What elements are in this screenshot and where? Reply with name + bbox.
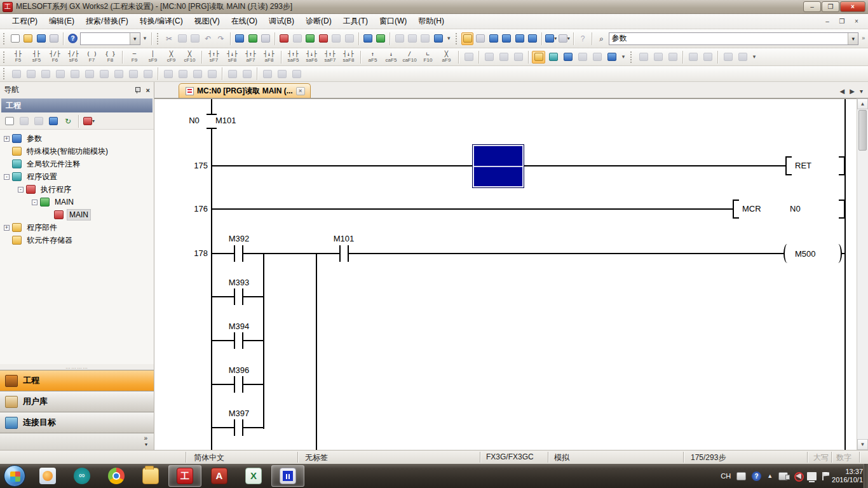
ladder-canvas[interactable]: N0 M101 175 RET 176 MCR N0 [154, 98, 857, 450]
delete-vertical-line-button[interactable]: ╳cF10 [181, 50, 198, 64]
coil-button[interactable]: ( )F7 [83, 50, 100, 64]
delete-horizontal-line-button[interactable]: ╳cF9 [163, 50, 180, 64]
monitor-write-icon[interactable] [317, 32, 329, 45]
device-memory-icon[interactable] [513, 32, 525, 45]
tree-item-main-program[interactable]: MAIN [0, 208, 154, 221]
skip-range-icon[interactable] [97, 67, 111, 80]
closed-contact-button[interactable]: ┤/├F6 [46, 50, 64, 64]
panel-splitter[interactable]: ………… [0, 364, 154, 370]
monitor-read-icon[interactable] [304, 32, 316, 45]
panel-close-icon[interactable]: × [146, 86, 150, 94]
collapse-icon[interactable]: - [32, 200, 37, 205]
monitor-pause-icon[interactable] [330, 32, 342, 45]
display-window-icon[interactable] [701, 51, 714, 64]
cut-icon[interactable]: ✂ [163, 32, 175, 45]
device-test-icon[interactable] [375, 32, 386, 45]
action-center-icon[interactable] [822, 472, 824, 480]
tab-scroll-right-icon[interactable]: ▶ [850, 88, 855, 95]
paste-icon[interactable] [189, 32, 201, 45]
device-batch-monitor-icon[interactable] [362, 32, 374, 45]
open-contact[interactable] [234, 245, 243, 262]
break-set-icon[interactable] [68, 67, 81, 80]
find-step-icon[interactable] [686, 51, 700, 64]
menu-window[interactable]: 窗口(W) [374, 14, 412, 29]
expand-icon[interactable]: + [4, 225, 10, 231]
taskbar-autocad-button[interactable]: A [203, 465, 236, 487]
toolbar-overflow-icon[interactable]: ▾ [142, 36, 149, 41]
intelligent-module-icon[interactable] [475, 32, 486, 45]
open-contact[interactable] [234, 332, 243, 349]
taskbar-simulator-button[interactable] [271, 465, 304, 487]
st-editor-icon[interactable] [462, 51, 475, 64]
parameter-combo[interactable]: 参数 ▾ [609, 32, 859, 45]
monitor-mode-icon[interactable] [433, 32, 444, 45]
pulse-negation-button[interactable]: ┤↑├saF5 [285, 50, 302, 64]
tree-item-exec-program[interactable]: - 执行程序 [0, 183, 154, 196]
verify-with-plc-icon[interactable] [260, 32, 271, 45]
start-button[interactable] [4, 465, 25, 487]
invert-operation-button[interactable]: /caF10 [401, 50, 418, 64]
toolbar-grip[interactable] [630, 51, 634, 63]
menu-compile[interactable]: 转换/编译(C) [134, 14, 189, 29]
delete-line-button[interactable]: ╳aF9 [438, 50, 455, 64]
project-view-button[interactable]: 工程 [0, 370, 154, 391]
help-icon[interactable]: ? [67, 32, 78, 45]
find-contact-icon[interactable] [576, 51, 589, 64]
menu-debug[interactable]: 调试(B) [263, 14, 300, 29]
comment-display-icon[interactable] [532, 51, 545, 64]
scroll-down-icon[interactable]: ▼ [857, 439, 868, 450]
print-icon[interactable] [48, 32, 60, 45]
invert-result-button[interactable]: ↑aF5 [364, 50, 381, 64]
toolbar-overflow-icon[interactable]: ▾ [620, 54, 627, 60]
volume-muted-icon[interactable] [796, 473, 801, 479]
menu-edit[interactable]: 编辑(E) [43, 14, 80, 29]
break-run-icon[interactable] [161, 67, 175, 80]
device-comment-icon[interactable] [501, 32, 512, 45]
read-mode-icon[interactable] [512, 51, 525, 64]
toolbar-overflow-icon[interactable]: » [860, 36, 867, 41]
watch-register-icon[interactable] [126, 67, 140, 80]
tree-item-main-folder[interactable]: - MAIN [0, 196, 154, 208]
trace-start-icon[interactable] [205, 67, 219, 80]
transfer-setup-icon[interactable] [278, 32, 290, 45]
pin-icon[interactable] [134, 86, 141, 93]
watch-start-icon[interactable] [141, 67, 154, 80]
step-run-icon[interactable] [10, 67, 23, 80]
show-desktop-button[interactable] [864, 464, 868, 488]
end-line-button[interactable]: ∟F10 [419, 50, 437, 64]
save-project-icon[interactable] [36, 32, 47, 45]
nav-more-button[interactable]: » ▾ [0, 433, 154, 450]
taskbar-gxworks-button[interactable]: 工 [168, 465, 201, 487]
parallel-closed-contact-button[interactable]: ┤/├sF6 [65, 50, 82, 64]
step-in-icon[interactable] [39, 67, 52, 80]
inline-st-icon[interactable] [482, 51, 496, 64]
scrollbar-thumb[interactable] [858, 110, 867, 151]
power-icon[interactable] [778, 472, 788, 480]
tree-item-device-memory[interactable]: 软元件存储器 [0, 234, 154, 247]
tab-scroll-left-icon[interactable]: ◀ [840, 88, 845, 95]
application-instruction-button[interactable]: { }F8 [102, 50, 119, 64]
keyboard-icon[interactable] [736, 472, 746, 480]
build-icon[interactable] [419, 32, 431, 45]
open-contact[interactable] [339, 245, 349, 262]
find-ladder-icon[interactable] [561, 51, 574, 64]
nav-copy-icon[interactable] [18, 115, 31, 128]
tab-close-icon[interactable]: × [296, 87, 305, 95]
nav-new-icon[interactable] [3, 115, 16, 128]
mdi-restore-button[interactable]: ❐ [836, 17, 848, 27]
macro-icon[interactable] [721, 51, 735, 64]
step-pause-icon[interactable] [24, 67, 37, 80]
device-trace-icon[interactable] [240, 67, 254, 80]
menu-find-replace[interactable]: 搜索/替换(F) [80, 14, 134, 29]
skip-clear-icon[interactable] [112, 67, 125, 80]
vertical-line-button[interactable]: │sF9 [144, 50, 161, 64]
new-project-icon[interactable] [10, 32, 21, 45]
open-contact[interactable] [234, 419, 243, 436]
taskbar-media-player-button[interactable] [31, 465, 64, 487]
open-contact-button[interactable]: ┤├F5 [10, 50, 27, 64]
copy-icon[interactable] [176, 32, 187, 45]
break-clear-icon[interactable] [83, 67, 96, 80]
tab-list-icon[interactable]: ▾ [860, 88, 863, 95]
tray-help-icon[interactable]: ? [752, 471, 761, 481]
monitor-resume-icon[interactable] [343, 32, 355, 45]
